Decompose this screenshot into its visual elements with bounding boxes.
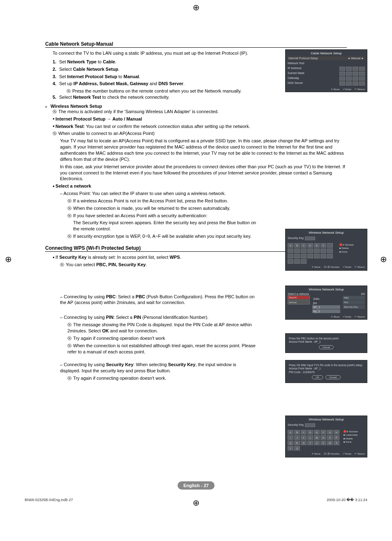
ss5-line2: Access Point Name : AP_1	[289, 367, 364, 370]
note-icon: Ⓝ	[67, 198, 73, 204]
wireless-para2: In this case, ask your Internet service …	[60, 164, 347, 182]
ss1-ips-label: Internet Protocol Setup	[288, 57, 318, 60]
ss1-title: Cable Network Setup	[288, 51, 365, 55]
note-icon: Ⓝ	[67, 336, 73, 341]
intro-text: To connect the TV to the LAN using a sta…	[53, 50, 254, 56]
screenshot-security-key-1: Wireless Network Setup Security Key ABCD…	[285, 229, 367, 271]
note-icon: Ⓝ	[67, 213, 73, 219]
screenshot-pbc: Press the PBC button on the access point…	[285, 333, 367, 353]
ss3-title: Wireless Network Setup	[288, 288, 365, 291]
note-icon: Ⓝ	[60, 262, 66, 268]
step4-note: Press the number buttons on the remote c…	[72, 88, 242, 93]
ss1-ips-value: Manual	[351, 57, 360, 60]
note-icon: Ⓝ	[67, 88, 72, 94]
wireless-para1: Your TV may fail to locate an AP(Access …	[60, 138, 347, 162]
heading-cable-setup: Cable Network Setup-Manual	[45, 41, 347, 48]
wireless-ips: Internet Protocol Setup → Auto / Manual	[55, 116, 142, 121]
select-network-heading: Select a network	[55, 183, 91, 188]
note-icon: Ⓝ	[67, 322, 73, 328]
ss2-label: Security Key	[288, 237, 304, 239]
sk-note1: Try again if connecting operation doesn'…	[73, 376, 166, 381]
ss4-line1: Press the PBC button on the access point…	[289, 337, 364, 340]
screenshot-security-key-2: Wireless Network Setup Security Key ABCD…	[285, 416, 367, 457]
sn-dash: Access Point: You can select the IP shar…	[64, 191, 226, 196]
ss6-label: Security Key	[288, 423, 304, 426]
ss2-title: Wireless Network Setup	[288, 231, 365, 235]
file-name: BN68-02325B-04Eng.indb 27	[25, 498, 73, 502]
sn-note4: If security encryption type is WEP, 0~9,…	[73, 234, 251, 239]
note-icon: Ⓝ	[67, 234, 73, 239]
ss3-page: 3/9	[361, 293, 365, 295]
ss3-adhoc-btn: Ad-hoc	[288, 300, 310, 304]
manual-page: Cable Network Setup Internet Protocol Se…	[0, 0, 392, 518]
page-number: English - 27	[178, 481, 214, 490]
pin-note2: Try again if connecting operation doesn'…	[73, 336, 165, 341]
ss4-line2: Access Point Name : AP_1	[289, 340, 364, 344]
sn-note3-sub: The Security Key input screen appears. E…	[73, 220, 262, 232]
wireless-nt-b: Network Test	[55, 124, 83, 129]
note-icon: Ⓝ	[67, 206, 73, 211]
wireless-nt-t: : You can test or confirm the network co…	[83, 124, 250, 129]
heading-wireless: Wireless Network Setup	[51, 104, 102, 109]
note-icon: Ⓝ	[67, 343, 73, 349]
sn-note3: If you have selected an Access Point wit…	[73, 213, 208, 218]
ss5-ok-btn: OK	[312, 375, 323, 379]
note-icon: Ⓝ	[53, 109, 58, 115]
ss3-label: Select a network	[288, 293, 309, 295]
ss3-search-btn: Search	[288, 295, 310, 300]
pin-note3: When the connection is not established a…	[67, 343, 256, 354]
sn-note1: If a wireless Access Point is not in the…	[73, 198, 228, 203]
square-bullet-icon: ■	[45, 105, 49, 109]
ss4-cancel-btn: Cancel	[319, 345, 334, 349]
ss5-line1: Press OK After input TV's Pin code in th…	[289, 364, 364, 367]
note-icon: Ⓝ	[67, 376, 73, 381]
ss5-cancel-btn: Cancel	[325, 375, 341, 379]
screenshot-pin: Press OK After input TV's Pin code in th…	[285, 360, 367, 383]
screenshot-select-network: Wireless Network Setup Select a network …	[285, 286, 367, 320]
ss1-network-test: Network Test	[288, 61, 365, 66]
note-icon: Ⓝ	[53, 131, 58, 137]
ss6-title: Wireless Network Setup	[288, 418, 365, 421]
sn-note2: When the connection is made, you will be…	[73, 206, 231, 211]
wireless-note2: When unable to connect to an AP(Access P…	[58, 131, 154, 136]
print-footer: BN68-02325B-04Eng.indb 27 2009-10-20 �� …	[25, 498, 367, 502]
wireless-note1: The menu is activated only if the 'Samsu…	[58, 109, 219, 114]
screenshot-cable-setup: Cable Network Setup Internet Protocol Se…	[285, 49, 367, 92]
print-timestamp: 2009-10-20 �� 3:11:24	[327, 498, 367, 502]
ss5-line3: PIN Code : 12345678	[289, 371, 364, 374]
